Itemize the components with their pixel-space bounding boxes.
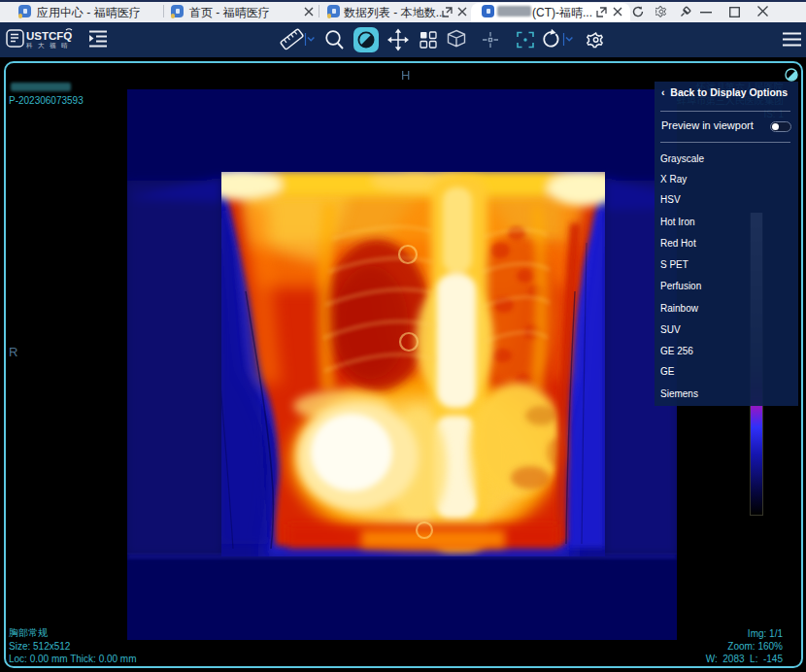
svg-text:USTCFQ: USTCFQ [26,30,72,42]
svg-text:科大福晴: 科大福晴 [26,42,73,50]
